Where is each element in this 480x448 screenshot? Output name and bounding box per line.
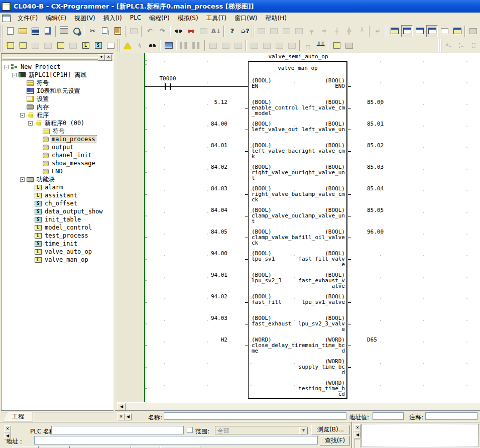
dock-gripper[interactable]: [3, 57, 98, 60]
paste-button[interactable]: [112, 25, 124, 37]
tree-expand-toggle[interactable]: -: [20, 177, 25, 182]
tree-expand-toggle[interactable]: [20, 81, 25, 85]
monitor-view-1-button[interactable]: [249, 40, 260, 52]
hscroll-left-arrow[interactable]: ◀: [117, 403, 126, 411]
rung-comment-view-button[interactable]: [281, 25, 292, 37]
tree-expand-toggle[interactable]: [28, 234, 33, 238]
input-operand-address[interactable]: 84.04: [177, 207, 227, 213]
new-section-button[interactable]: [67, 40, 79, 52]
tree-expand-toggle[interactable]: [36, 161, 41, 166]
new-button[interactable]: [5, 25, 16, 37]
cross-reference-toggle-button[interactable]: [426, 25, 438, 37]
open-button[interactable]: [17, 25, 29, 37]
menu-item[interactable]: 编辑(E): [42, 13, 70, 24]
result-column-header[interactable]: 指令: [160, 446, 200, 448]
menu-item[interactable]: 文件(F): [14, 13, 42, 24]
tree-item[interactable]: 符号: [2, 79, 113, 87]
substitute-button[interactable]: A⇣: [210, 25, 222, 37]
tree-expand-toggle[interactable]: [20, 89, 25, 93]
panel-close-button[interactable]: ✕: [4, 425, 11, 432]
new-plc-button[interactable]: [17, 40, 29, 52]
input-operand-address[interactable]: 94.02: [177, 294, 227, 299]
compile-check-button[interactable]: [147, 40, 158, 52]
set-password-button[interactable]: [331, 40, 342, 52]
fb-parameter-row[interactable]: 94.01 (BOOL)lpu_sv2_3 (BOOL)fast_exhaust…: [117, 272, 480, 294]
fb-instance-new-button[interactable]: [105, 40, 116, 52]
work-online-button[interactable]: [163, 40, 174, 52]
tree-expand-toggle[interactable]: [36, 153, 41, 158]
undo-button[interactable]: ↶: [144, 25, 156, 37]
tree-expand-toggle[interactable]: [20, 97, 25, 101]
tree-item[interactable]: - 程序: [2, 111, 113, 119]
redo-button[interactable]: ↷: [157, 25, 168, 37]
tree-item[interactable]: show_message: [2, 159, 113, 167]
result-column-header[interactable]: 程序/段: [70, 446, 131, 448]
ladder-symbol-contact2-button[interactable]: ╪: [318, 25, 330, 37]
tree-item[interactable]: IO表和单元设置: [2, 87, 113, 95]
symbol-comment-view-button[interactable]: [268, 25, 280, 37]
replace-button[interactable]: [185, 25, 197, 37]
fb-parameter-row[interactable]: H2 (WORD)close_delay_ti me (WORD)remain_…: [117, 337, 480, 359]
tab-project[interactable]: 工程: [3, 412, 33, 421]
tree-item[interactable]: L alarm: [2, 183, 113, 191]
find-button[interactable]: [173, 25, 184, 37]
new-memory-view-button[interactable]: [30, 40, 41, 52]
input-operand-address[interactable]: 84.00: [177, 121, 227, 127]
strip-prev-button[interactable]: ◀: [125, 413, 132, 420]
transfer-from-plc-button[interactable]: [220, 40, 231, 52]
output-operand-address[interactable]: D65: [367, 337, 407, 343]
ladder-symbol-coil2-button[interactable]: ╬: [343, 25, 355, 37]
differential-monitor-button[interactable]: ᵈ₋: [443, 40, 454, 52]
fb-parameter-row[interactable]: 94.00 (BOOL)lpu_sv1 (BOOL)fast_fill_valv…: [117, 251, 480, 272]
scope-checkbox[interactable]: [187, 427, 193, 433]
print-preview-button[interactable]: [71, 25, 82, 37]
plc-name-field[interactable]: [51, 426, 184, 434]
monitor-view-3-button[interactable]: [274, 40, 285, 52]
fb-definition-button[interactable]: [467, 25, 479, 37]
tree-item[interactable]: main_process: [2, 135, 113, 143]
tree-expand-toggle[interactable]: [36, 169, 41, 174]
tree-expand-toggle[interactable]: [28, 258, 33, 262]
child-window-icon[interactable]: [2, 15, 11, 22]
combo-dropdown-arrow[interactable]: ▼: [299, 427, 308, 434]
fb-parameter-row[interactable]: (BOOL)EN (BOOL)ENO: [117, 78, 480, 99]
fb-parameter-row[interactable]: (WORD)supply_time_bc d: [117, 359, 480, 380]
fb-parameter-row[interactable]: (WORD)testing_time_b cd: [117, 380, 480, 402]
search-in-file-button[interactable]: [42, 25, 54, 37]
io-comment-view-button[interactable]: [256, 25, 267, 37]
input-operand-address[interactable]: 84.01: [177, 143, 227, 148]
tree-item[interactable]: S ch_offset: [2, 199, 113, 207]
tree-item[interactable]: - 新PLC1[CP1H] 离线: [2, 71, 113, 79]
tree-item[interactable]: L valve_man_op: [2, 256, 113, 264]
compare-with-plc-button[interactable]: [232, 40, 244, 52]
fb-parameter-row[interactable]: 84.04 (BOOL)clamp_valve_ou t (BOOL)clamp…: [117, 207, 480, 229]
tree-expand-toggle[interactable]: -: [20, 113, 25, 118]
menu-item[interactable]: PLC: [126, 13, 145, 24]
fb-parameter-row[interactable]: 94.02 (BOOL)fast_fill (BOOL)lpu_sv1_valv…: [117, 294, 480, 315]
print-button[interactable]: [58, 25, 70, 37]
output-operand-address[interactable]: 85.02: [367, 143, 407, 148]
comment-field[interactable]: [425, 412, 477, 420]
input-operand-address[interactable]: 84.05: [177, 229, 227, 235]
output-operand-address[interactable]: 85.00: [367, 99, 407, 105]
fb-parameter-row[interactable]: 84.02 (BOOL)right_valve_ou t (BOOL)right…: [117, 164, 480, 186]
tree-item[interactable]: - 新程序0 (00): [2, 119, 113, 127]
watch-prev-button[interactable]: ◀: [354, 431, 361, 438]
ladder-editor[interactable]: valve_semi_auto_op valve_man_op T0000 (B…: [117, 53, 480, 402]
tree-expand-toggle[interactable]: [28, 226, 33, 230]
name-field[interactable]: [164, 412, 346, 420]
transfer-to-plc-button[interactable]: [207, 40, 219, 52]
tree-expand-toggle[interactable]: [20, 105, 25, 109]
fb-parameter-row[interactable]: 5.12 (BOOL)enable_control _model (BOOL)l…: [117, 99, 480, 121]
tree-item[interactable]: L test_process: [2, 232, 113, 240]
browse-button[interactable]: 浏览(B)...: [311, 425, 350, 434]
context-help-button[interactable]: ➭?: [239, 25, 251, 37]
menu-item[interactable]: 帮助(H): [262, 13, 291, 24]
result-column-header[interactable]: 步: [131, 446, 160, 448]
input-operand-address[interactable]: 94.01: [177, 272, 227, 278]
tree-item[interactable]: S data_output_show: [2, 207, 113, 215]
menu-item[interactable]: 插入(I): [99, 13, 126, 24]
return-button[interactable]: ↵: [372, 25, 384, 37]
dock-close-button[interactable]: ✕: [105, 54, 112, 61]
attach-comment-view-button[interactable]: [293, 25, 305, 37]
